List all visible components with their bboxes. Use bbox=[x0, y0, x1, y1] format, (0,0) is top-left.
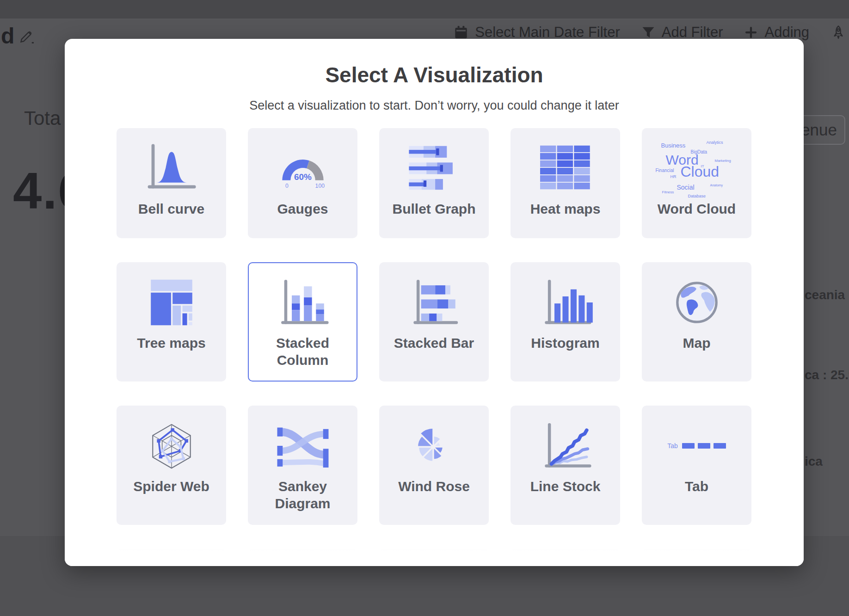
rocket-icon bbox=[831, 25, 846, 40]
kpi-title-fragment: Tota bbox=[24, 107, 61, 129]
plus-icon bbox=[744, 25, 758, 39]
viz-card-wind-rose[interactable]: Wind Rose bbox=[379, 406, 489, 525]
viz-label: Histogram bbox=[531, 334, 599, 351]
add-filter-label: Add Filter bbox=[662, 24, 723, 41]
viz-label: Bell curve bbox=[138, 200, 204, 217]
viz-label: Spider Web bbox=[133, 478, 209, 495]
viz-card-partial[interactable] bbox=[379, 549, 489, 566]
adding-button[interactable]: Adding bbox=[744, 24, 809, 41]
viz-card-partial[interactable] bbox=[117, 549, 226, 566]
adding-label: Adding bbox=[764, 24, 809, 41]
viz-label: Tree maps bbox=[137, 334, 205, 351]
viz-label: Sankey Diagram bbox=[253, 478, 352, 512]
stacked-column-icon bbox=[275, 275, 331, 330]
tab-icon: Tab bbox=[667, 419, 726, 473]
tree-map-icon bbox=[144, 275, 199, 330]
gauge-min: 0 bbox=[285, 183, 288, 189]
background-toolbar: Select Main Date Filter Add Filter Addin… bbox=[454, 24, 846, 41]
select-main-date-filter-label: Select Main Date Filter bbox=[475, 24, 620, 41]
word-cloud-icon: Business Analytics BigData Word Marketin… bbox=[655, 141, 739, 196]
filter-funnel-icon bbox=[641, 25, 655, 39]
histogram-icon bbox=[537, 275, 594, 330]
viz-card-stacked-bar[interactable]: Stacked Bar bbox=[379, 262, 489, 382]
gauge-max: 100 bbox=[315, 183, 325, 189]
viz-card-bell-curve[interactable]: Bell curve bbox=[117, 128, 226, 238]
select-visualization-modal: Select A Visualization Select a visualiz… bbox=[65, 39, 804, 566]
dashboard-title-fragment: d bbox=[1, 23, 14, 49]
viz-label: Tab bbox=[685, 478, 708, 495]
viz-card-spider-web[interactable]: Spider Web bbox=[117, 406, 226, 525]
visualization-grid: Bell curve 60% 0 100 Gauges bbox=[117, 128, 752, 566]
legend-label-america: ica bbox=[805, 454, 823, 469]
viz-card-word-cloud[interactable]: Business Analytics BigData Word Marketin… bbox=[642, 128, 751, 238]
gauge-value: 60% bbox=[294, 172, 312, 182]
gauge-icon: 60% 0 100 bbox=[272, 141, 334, 196]
stacked-bar-icon bbox=[406, 275, 462, 330]
viz-card-sankey-diagram[interactable]: Sankey Diagram bbox=[248, 406, 357, 525]
viz-label: Heat maps bbox=[530, 200, 601, 217]
viz-card-bullet-graph[interactable]: Bullet Graph bbox=[379, 128, 489, 238]
viz-card-tab[interactable]: Tab Tab bbox=[642, 406, 751, 525]
rocket-button[interactable] bbox=[831, 25, 846, 40]
bullet-graph-icon bbox=[405, 141, 463, 196]
viz-label: Bullet Graph bbox=[392, 200, 475, 217]
viz-label: Gauges bbox=[277, 200, 328, 217]
bell-curve-icon bbox=[142, 141, 201, 196]
viz-card-gauges[interactable]: 60% 0 100 Gauges bbox=[248, 128, 357, 238]
viz-card-histogram[interactable]: Histogram bbox=[511, 262, 620, 382]
viz-card-tree-maps[interactable]: Tree maps bbox=[117, 262, 226, 382]
line-stock-icon bbox=[537, 419, 594, 473]
viz-card-partial[interactable] bbox=[642, 549, 751, 566]
heat-map-icon bbox=[540, 141, 591, 196]
viz-label: Line Stock bbox=[530, 478, 601, 495]
viz-card-heat-maps[interactable]: Heat maps bbox=[511, 128, 620, 238]
sankey-diagram-icon bbox=[273, 419, 332, 473]
wind-rose-icon bbox=[408, 419, 461, 473]
globe-map-icon bbox=[670, 275, 724, 330]
modal-title: Select A Visualization bbox=[65, 63, 804, 87]
viz-label: Map bbox=[683, 334, 711, 351]
legend-label-africa: ca : 25.95 bbox=[805, 368, 849, 382]
add-filter-button[interactable]: Add Filter bbox=[641, 24, 723, 41]
viz-label: Stacked Column bbox=[253, 334, 352, 369]
viz-label: Wind Rose bbox=[398, 478, 470, 495]
modal-subtitle: Select a visualization to start. Don’t w… bbox=[65, 98, 804, 113]
calendar-icon bbox=[454, 25, 468, 40]
edit-pencil-icon[interactable] bbox=[18, 28, 35, 44]
viz-label: Word Cloud bbox=[658, 200, 736, 217]
spider-web-icon bbox=[144, 419, 199, 473]
viz-card-line-stock[interactable]: Line Stock bbox=[511, 406, 620, 525]
screen: { "colors": { "accent": "#5b74e8", "acce… bbox=[0, 0, 849, 616]
viz-card-stacked-column[interactable]: Stacked Column bbox=[248, 262, 357, 382]
viz-card-partial[interactable] bbox=[248, 549, 357, 566]
background-topbar bbox=[0, 0, 849, 18]
legend-label-oceania: ceania : 8 bbox=[805, 288, 849, 302]
viz-card-map[interactable]: Map bbox=[642, 262, 751, 382]
viz-label: Stacked Bar bbox=[394, 334, 474, 351]
select-main-date-filter-button[interactable]: Select Main Date Filter bbox=[454, 24, 620, 41]
viz-card-partial[interactable] bbox=[511, 549, 620, 566]
